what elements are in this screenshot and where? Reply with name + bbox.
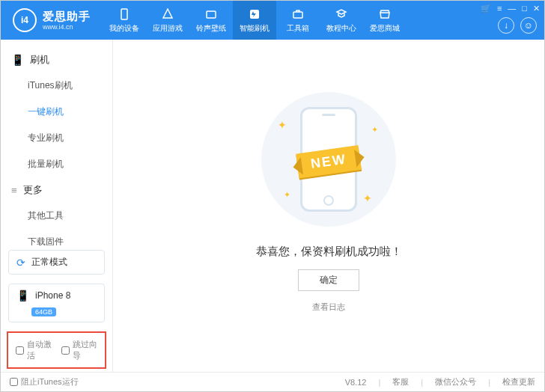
bottom-checks: 自动激活 跳过向导 <box>7 331 106 369</box>
brand-site: www.i4.cn <box>43 23 91 31</box>
window-controls: 🛒 ≡ — □ ✕ <box>481 4 540 13</box>
sidebar-item-onekey-flash[interactable]: 一键刷机 <box>1 99 112 125</box>
device-card[interactable]: 📱 iPhone 8 64GB <box>8 284 105 322</box>
sparkle-icon: ✦ <box>371 125 378 135</box>
app-header: i4 爱思助手 www.i4.cn 我的设备 应用游戏 铃声壁纸 智能刷机 工具… <box>1 1 544 40</box>
sidebar-section-more: ≡ 更多 <box>1 177 112 203</box>
sidebar-item-batch-flash[interactable]: 批量刷机 <box>1 151 112 177</box>
version-label: V8.12 <box>345 378 367 387</box>
logo: i4 爱思助手 www.i4.cn <box>1 8 103 32</box>
footer-link-support[interactable]: 客服 <box>392 376 409 388</box>
footer-link-update[interactable]: 检查更新 <box>502 376 535 388</box>
view-log-link[interactable]: 查看日志 <box>312 301 345 313</box>
footer: 阻止iTunes运行 V8.12 | 客服 | 微信公众号 | 检查更新 <box>1 372 544 391</box>
cart-icon[interactable]: 🛒 <box>481 4 491 13</box>
sparkle-icon: ✦ <box>278 119 287 131</box>
sidebar-item-download-fw[interactable]: 下载固件 <box>1 229 112 245</box>
tab-tutorial[interactable]: 教程中心 <box>320 1 363 40</box>
check-block-itunes[interactable]: 阻止iTunes运行 <box>10 376 79 388</box>
tab-my-device[interactable]: 我的设备 <box>103 1 146 40</box>
download-icon[interactable]: ↓ <box>498 17 514 34</box>
sparkle-icon: ✦ <box>363 192 372 204</box>
tab-ringtone[interactable]: 铃声壁纸 <box>189 1 233 40</box>
close-icon[interactable]: ✕ <box>533 4 540 13</box>
sidebar: 📱 刷机 iTunes刷机 一键刷机 专业刷机 批量刷机 ≡ 更多 其他工具 下… <box>1 40 113 372</box>
menu-icon[interactable]: ≡ <box>497 4 502 13</box>
phone-icon: 📱 <box>11 54 24 66</box>
list-icon: ≡ <box>11 185 17 196</box>
hero-illustration: NEW ✦ ✦ ✦ ✦ <box>261 92 396 227</box>
check-auto-activate[interactable]: 自动激活 <box>16 339 52 361</box>
tab-store[interactable]: 爱思商城 <box>363 1 407 40</box>
ok-button[interactable]: 确定 <box>298 269 359 291</box>
refresh-icon: ⟳ <box>16 257 25 269</box>
sidebar-item-itunes-flash[interactable]: iTunes刷机 <box>1 73 112 99</box>
logo-icon: i4 <box>13 8 37 32</box>
sidebar-item-other-tools[interactable]: 其他工具 <box>1 203 112 229</box>
tab-flash[interactable]: 智能刷机 <box>233 1 276 40</box>
check-skip-guide[interactable]: 跳过向导 <box>61 339 98 361</box>
storage-badge: 64GB <box>31 307 56 316</box>
device-icon: 📱 <box>16 290 29 301</box>
sidebar-section-flash: 📱 刷机 <box>1 47 112 73</box>
tab-toolbox[interactable]: 工具箱 <box>276 1 320 40</box>
svg-rect-1 <box>207 11 216 18</box>
brand-name: 爱思助手 <box>43 10 91 23</box>
success-message: 恭喜您，保资料刷机成功啦！ <box>256 245 402 259</box>
svg-rect-3 <box>293 12 302 18</box>
sparkle-icon: ✦ <box>284 190 290 200</box>
tab-apps[interactable]: 应用游戏 <box>146 1 189 40</box>
minimize-icon[interactable]: — <box>508 4 516 13</box>
main-content: NEW ✦ ✦ ✦ ✦ 恭喜您，保资料刷机成功啦！ 确定 查看日志 <box>113 40 544 372</box>
device-name: iPhone 8 <box>35 290 70 301</box>
main-tabs: 我的设备 应用游戏 铃声壁纸 智能刷机 工具箱 教程中心 爱思商城 <box>103 1 407 40</box>
svg-rect-0 <box>121 9 127 19</box>
mode-card[interactable]: ⟳ 正常模式 <box>8 250 105 275</box>
maximize-icon[interactable]: □ <box>522 4 527 13</box>
mode-label: 正常模式 <box>31 256 67 269</box>
sidebar-item-pro-flash[interactable]: 专业刷机 <box>1 125 112 151</box>
user-icon[interactable]: ☺ <box>520 17 537 34</box>
footer-link-wechat[interactable]: 微信公众号 <box>435 376 476 388</box>
